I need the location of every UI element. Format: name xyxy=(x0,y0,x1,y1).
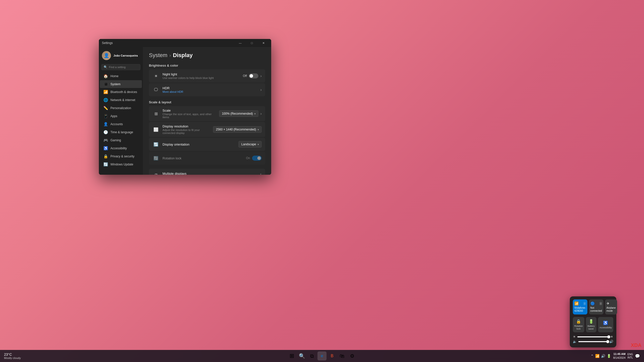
qs-small-icon-accessibility: ♿ xyxy=(603,321,608,325)
nav-label-time: Time & language xyxy=(110,130,133,134)
sidebar-item-system[interactable]: 🖥 System xyxy=(100,80,142,88)
search-icon: 🔍 xyxy=(104,65,107,69)
qs-btn-airplane[interactable]: ✈ Airplane mode xyxy=(605,299,617,314)
taskbar-time[interactable]: 11:45 AM 8/14/2024 xyxy=(613,352,625,360)
settings-row-hdr[interactable]: 🖵 HDR More about HDR › xyxy=(149,83,265,96)
qs-small-btn-rotation-lock[interactable]: 🔒 Rotation lock xyxy=(573,317,584,332)
chevron-icon[interactable]: ⌃ xyxy=(591,354,594,358)
chevron-down-icon: ▾ xyxy=(258,143,259,146)
sidebar-item-personalization[interactable]: ✏️ Personalization xyxy=(100,104,142,112)
brightness-slider[interactable] xyxy=(577,336,609,337)
qs-arrow-bluetooth[interactable]: › xyxy=(599,302,602,305)
nav-icon-home: 🏠 xyxy=(103,74,108,78)
row-right-rotation-lock: On xyxy=(246,156,262,161)
dropdown-display-resolution[interactable]: 644 × 362 (Recommended) ▾ xyxy=(213,126,262,133)
brave-icon[interactable]: B xyxy=(328,351,337,360)
settings-window: Settings — □ ✕ 👤 João Carrasqueira 🔍 🏠 H… xyxy=(99,39,271,175)
qs-btn-bluetooth[interactable]: 🔵 › Not connected xyxy=(589,299,603,314)
breadcrumb-separator: › xyxy=(169,53,171,58)
weather-widget[interactable]: 23°C Mostly cloudy xyxy=(4,352,21,359)
qs-btn-top-airplane: ✈ xyxy=(607,301,616,305)
settings-row-scale[interactable]: ⊞ Scale Change the size of text, apps, a… xyxy=(149,106,265,121)
nav-label-update: Windows Update xyxy=(110,163,133,166)
window-controls: — □ ✕ xyxy=(234,39,269,47)
sidebar-item-apps[interactable]: 📱 Apps xyxy=(100,112,142,120)
breadcrumb-parent[interactable]: System xyxy=(149,52,167,59)
settings-row-display-orientation[interactable]: 🔃 Display orientation Landscape ▾ xyxy=(149,138,265,151)
row-title-multiple-displays: Multiple displays xyxy=(163,172,257,175)
nav-icon-gaming: 🎮 xyxy=(103,138,108,143)
sidebar-item-update[interactable]: 🔄 Windows Update xyxy=(100,160,142,168)
sidebar-item-time[interactable]: 🕐 Time & language xyxy=(100,128,142,136)
sidebar-item-accessibility[interactable]: ♿ Accessibility xyxy=(100,144,142,152)
row-right-night-light: Off › xyxy=(243,73,262,78)
row-right-multiple-displays: ˅ xyxy=(260,173,262,175)
notification-icon[interactable]: 💬 xyxy=(635,354,640,358)
chevron-down-icon: ▾ xyxy=(254,112,256,115)
qs-small-label-accessibility: Accessibility xyxy=(599,326,612,329)
settings-row-rotation-lock: 🔄 Rotation lock On xyxy=(149,152,265,165)
sidebar-item-network[interactable]: 🌐 Network & internet xyxy=(100,96,142,104)
dropdown-display-orientation[interactable]: Landscape ▾ xyxy=(238,141,262,148)
start-button[interactable]: ⊞ xyxy=(287,351,296,360)
toggle-night-light[interactable] xyxy=(249,73,258,78)
nav-icon-bluetooth: 📶 xyxy=(103,90,108,94)
weather-temp: 23°C xyxy=(4,352,21,356)
row-icon-multiple-displays: 🖥 xyxy=(152,172,159,175)
lang-display[interactable]: ENGINTL xyxy=(627,353,633,359)
battery-tray-icon[interactable]: 🔋 xyxy=(607,354,611,358)
sidebar-profile[interactable]: 👤 João Carrasqueira xyxy=(99,49,143,63)
brightness-slider-row: ☀ ☀ xyxy=(573,335,613,339)
row-content-rotation-lock: Rotation lock xyxy=(163,156,243,160)
settings-taskbar-icon[interactable]: ⚙ xyxy=(348,351,357,360)
nav-icon-system: 🖥 xyxy=(103,82,108,86)
xda-watermark: XDA xyxy=(631,342,641,348)
nav-icon-accessibility: ♿ xyxy=(103,146,108,151)
sidebar-item-bluetooth[interactable]: 📶 Bluetooth & devices xyxy=(100,88,142,96)
row-subtitle-night-light: Use warmer colors to help block blue lig… xyxy=(163,76,240,79)
minimize-button[interactable]: — xyxy=(234,39,246,47)
qs-icon-wifi: 📶 xyxy=(574,301,579,305)
sidebar-item-gaming[interactable]: 🎮 Gaming xyxy=(100,136,142,144)
row-right-hdr: › xyxy=(260,88,262,92)
settings-row-multiple-displays[interactable]: 🖥 Multiple displays Choose the presentat… xyxy=(149,169,265,175)
time-display: 11:45 AM xyxy=(613,352,625,356)
maximize-button[interactable]: □ xyxy=(246,39,258,47)
qs-small-btn-accessibility[interactable]: ♿ Accessibility xyxy=(598,317,613,332)
qs-btn-wifi[interactable]: 📶 › Vodafone-429E60 xyxy=(573,299,587,314)
sidebar-item-accounts[interactable]: 👤 Accounts xyxy=(100,120,142,128)
edge-icon[interactable]: e xyxy=(317,351,327,360)
row-subtitle-hdr[interactable]: More about HDR xyxy=(163,90,257,93)
qs-icon-airplane: ✈ xyxy=(607,301,610,305)
qs-arrow-wifi[interactable]: › xyxy=(583,302,586,305)
toggle-label-rotation-lock: On xyxy=(246,156,250,160)
window-title: Settings xyxy=(102,41,113,45)
search-input[interactable] xyxy=(109,66,138,69)
wifi-tray-icon[interactable]: 📶 xyxy=(595,354,599,358)
volume-slider-row: 🔈 🔊 xyxy=(573,340,613,343)
nav-icon-time: 🕐 xyxy=(103,130,108,134)
breadcrumb: System › Display xyxy=(149,52,265,59)
search-box[interactable]: 🔍 xyxy=(101,64,140,70)
store-icon[interactable]: 🛍 xyxy=(338,351,347,360)
chevron-right-icon: › xyxy=(260,88,262,92)
settings-row-night-light[interactable]: ☀ Night light Use warmer colors to help … xyxy=(149,69,265,82)
settings-row-display-resolution[interactable]: ⬜ Display resolution Adjust the resoluti… xyxy=(149,122,265,137)
weather-desc: Mostly cloudy xyxy=(4,356,21,359)
search-taskbar-button[interactable]: 🔍 xyxy=(297,351,306,360)
qs-small-btn-battery-saver[interactable]: 🔋 Battery saver xyxy=(586,317,596,332)
dropdown-scale[interactable]: 100% (Recommended) ▾ xyxy=(219,110,258,117)
task-view-button[interactable]: ⧉ xyxy=(307,351,316,360)
volume-slider[interactable] xyxy=(578,341,608,342)
sidebar-item-privacy[interactable]: 🔒 Privacy & security xyxy=(100,152,142,160)
qs-btn-top-bluetooth: 🔵 › xyxy=(590,301,602,305)
qs-small-label-battery-saver: Battery saver xyxy=(587,325,595,330)
avatar: 👤 xyxy=(102,51,111,60)
nav-icon-privacy: 🔒 xyxy=(103,154,108,159)
volume-tray-icon[interactable]: 🔊 xyxy=(601,354,605,358)
sidebar-item-home[interactable]: 🏠 Home xyxy=(100,72,142,80)
qs-small-label-rotation-lock: Rotation lock xyxy=(574,325,583,330)
row-content-night-light: Night light Use warmer colors to help bl… xyxy=(163,72,240,79)
close-button[interactable]: ✕ xyxy=(258,39,269,47)
nav-label-accounts: Accounts xyxy=(110,122,123,126)
